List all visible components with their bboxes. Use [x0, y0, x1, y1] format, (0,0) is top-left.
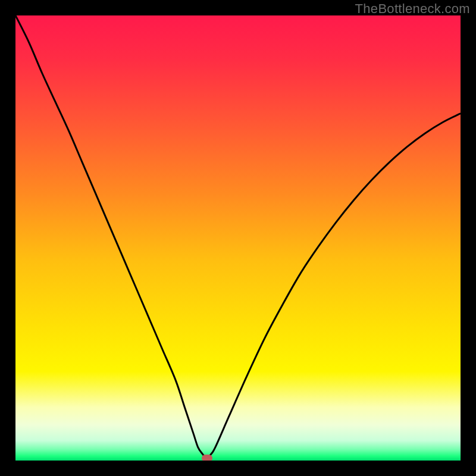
plot-area: [15, 15, 461, 461]
gradient-background: [15, 15, 461, 461]
optimum-marker: [202, 455, 212, 461]
watermark-text: TheBottleneck.com: [355, 1, 470, 17]
svg-rect-0: [15, 15, 461, 461]
chart-frame: TheBottleneck.com: [0, 0, 476, 476]
